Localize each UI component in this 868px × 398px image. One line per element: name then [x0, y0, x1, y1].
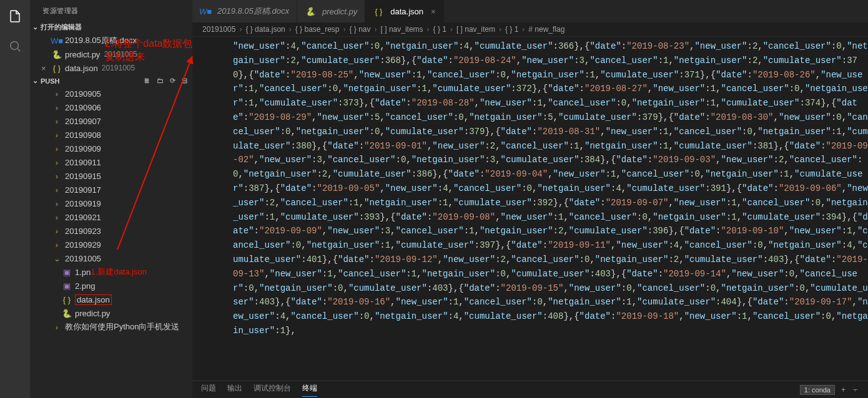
chevron-right-icon: › — [375, 25, 377, 34]
refresh-icon[interactable]: ⟳ — [170, 77, 175, 85]
tab-label: data.json — [390, 7, 423, 16]
folder-open-icon: ⌄ — [51, 254, 62, 263]
terminal-tab[interactable]: 输出 — [227, 383, 242, 397]
tree-item[interactable]: ▣2.png — [30, 279, 192, 293]
chevron-right-icon: › — [289, 25, 292, 34]
search-activity-icon[interactable] — [5, 36, 25, 56]
folder-icon: › — [51, 117, 62, 126]
file-label: predict.py — [65, 50, 100, 59]
svg-point-0 — [11, 42, 19, 50]
file-label: 20190911 — [65, 158, 101, 167]
activity-bar — [0, 0, 30, 398]
tree-item[interactable]: ›20190921 — [30, 210, 192, 224]
chevron-right-icon: › — [450, 25, 453, 34]
tree-item[interactable]: { }data.json — [30, 293, 192, 306]
json-icon: { } — [373, 7, 384, 16]
tree-item[interactable]: ›20190915 — [30, 169, 192, 183]
explorer-activity-icon[interactable] — [5, 6, 25, 26]
workspace-actions: 🗎 🗀 ⟳ ⊟ — [144, 77, 187, 85]
chevron-right-icon: › — [427, 25, 430, 34]
chevron-down-icon: ⌄ — [32, 23, 38, 31]
sidebar: 资源管理器 ⌄ 打开的编辑器 W■2019.8.05原稿.docx 🐍predi… — [30, 0, 192, 398]
file-label: 20190907 — [65, 117, 101, 126]
open-editors-header[interactable]: ⌄ 打开的编辑器 — [30, 21, 192, 34]
annotation-1: 1.新建data.json — [91, 266, 147, 278]
terminal-tab[interactable]: 调试控制台 — [254, 383, 291, 397]
tree-item[interactable]: ›20190929 — [30, 238, 192, 251]
chevron-right-icon: › — [343, 25, 346, 34]
file-label: 20190923 — [65, 226, 101, 236]
tree-item[interactable]: ›20190907 — [30, 114, 192, 128]
tree-item[interactable]: ›20190911 — [30, 155, 192, 169]
tree-item[interactable]: ▣1.pn1.新建data.json — [30, 265, 192, 279]
tree-item[interactable]: ›20190909 — [30, 142, 192, 155]
collapse-icon[interactable]: ⊟ — [182, 77, 187, 85]
new-file-icon[interactable]: 🗎 — [144, 77, 150, 85]
breadcrumb-item[interactable]: 20191005 — [202, 25, 235, 34]
breadcrumb-item[interactable]: { } nav — [350, 25, 371, 34]
folder-icon: › — [51, 213, 62, 222]
terminal-tabs: 问题输出调试控制台终端 — [201, 383, 317, 397]
open-editor-item[interactable]: W■2019.8.05原稿.docx — [30, 34, 192, 47]
folder-icon: › — [51, 89, 62, 99]
breadcrumb-item[interactable]: [ ] nav_items — [381, 25, 423, 34]
folder-icon: › — [51, 240, 62, 250]
word-icon: W■ — [51, 36, 62, 46]
img-icon: ▣ — [61, 268, 72, 277]
tree-item[interactable]: ›20190917 — [30, 183, 192, 197]
chevron-right-icon: › — [239, 25, 242, 34]
folder-icon: › — [51, 226, 62, 236]
file-label: 20190915 — [65, 172, 101, 181]
open-editor-item[interactable]: × { }data.json20191005 — [30, 61, 192, 75]
code-editor[interactable]: "new_user":4,"cancel_user":0,"netgain_us… — [192, 37, 868, 381]
tree-item[interactable]: ›20190906 — [30, 100, 192, 114]
tree-item[interactable]: ›20190919 — [30, 197, 192, 210]
tree-item[interactable]: ›教你如何使用Python向手机发送 — [30, 320, 192, 334]
tree-item[interactable]: 🐍predict.py — [30, 306, 192, 320]
chevron-right-icon: › — [499, 25, 501, 34]
breadcrumb-item[interactable]: [ ] nav_item — [456, 25, 495, 34]
breadcrumb-item[interactable]: { } data.json — [245, 25, 285, 34]
close-icon[interactable]: × — [431, 7, 436, 16]
terminal-add-icon[interactable]: + — [841, 386, 846, 394]
folder-icon: › — [51, 130, 62, 140]
terminal-selector[interactable]: 1: conda — [800, 385, 835, 395]
terminal-tab[interactable]: 问题 — [201, 383, 216, 397]
open-editors-list: W■2019.8.05原稿.docx 🐍predict.py20191005 ×… — [30, 34, 192, 75]
file-label: 20190921 — [65, 213, 101, 222]
editor-tab[interactable]: W■2019.8.05原稿.docx — [192, 0, 297, 22]
breadcrumb[interactable]: 20191005›{ } data.json›{ } base_resp›{ }… — [192, 22, 868, 37]
breadcrumb-item[interactable]: { } 1 — [433, 25, 446, 34]
editor-tab[interactable]: { }data.json× — [365, 0, 443, 22]
close-icon[interactable]: × — [41, 64, 51, 73]
sidebar-title: 资源管理器 — [30, 0, 192, 21]
file-label: 20191005 — [65, 254, 101, 263]
editor-area: W■2019.8.05原稿.docx 🐍predict.py { }data.j… — [192, 0, 868, 398]
workspace-header[interactable]: ⌄ PUSH 🗎 🗀 ⟳ ⊟ — [30, 75, 192, 87]
breadcrumb-item[interactable]: { } base_resp — [295, 25, 340, 34]
file-label: 20190929 — [65, 240, 101, 250]
terminal-split-icon[interactable]: ⫟ — [852, 386, 859, 394]
file-label: 20190908 — [65, 130, 101, 140]
file-label: 20190917 — [65, 185, 101, 195]
py-icon: 🐍 — [51, 50, 62, 59]
file-label: 20190905 — [65, 89, 101, 99]
tree-item[interactable]: ⌄20191005 — [30, 251, 192, 265]
breadcrumb-item[interactable]: { } 1 — [505, 25, 518, 34]
editor-tab[interactable]: 🐍predict.py — [297, 0, 365, 22]
folder-icon: › — [51, 185, 62, 195]
folder-icon: › — [51, 158, 62, 167]
tree-item[interactable]: ›20190908 — [30, 128, 192, 142]
new-folder-icon[interactable]: 🗀 — [157, 77, 164, 85]
folder-icon: › — [51, 144, 62, 153]
tree-item[interactable]: ›20190905 — [30, 87, 192, 100]
breadcrumb-item[interactable]: # new_flag — [528, 25, 565, 34]
folder-icon: › — [51, 199, 62, 208]
terminal-tab[interactable]: 终端 — [302, 383, 317, 397]
editor-tabs: W■2019.8.05原稿.docx 🐍predict.py { }data.j… — [192, 0, 868, 22]
py-icon: 🐍 — [305, 7, 316, 16]
open-editor-item[interactable]: 🐍predict.py20191005 — [30, 47, 192, 61]
tree-item[interactable]: ›20190923 — [30, 224, 192, 238]
file-label: data.json — [75, 294, 112, 305]
py-icon: 🐍 — [61, 309, 72, 318]
